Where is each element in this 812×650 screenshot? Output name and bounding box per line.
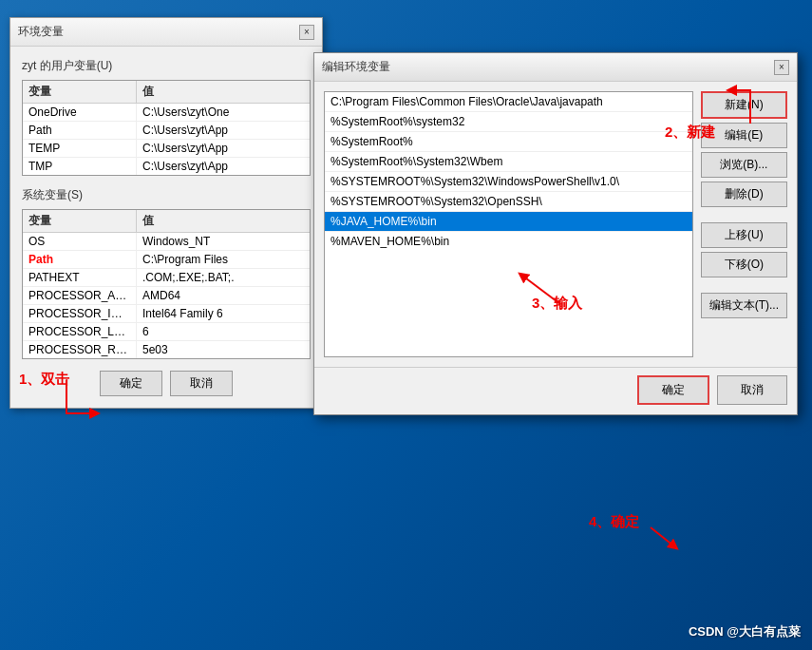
table-row[interactable]: PATHEXT .COM;.EXE;.BAT;. [23, 269, 310, 287]
arrow-step4 [646, 523, 703, 561]
edit-env-dialog: 编辑环境变量 × C:\Program Files\Common Files\O… [313, 52, 798, 415]
list-item[interactable]: %SYSTEMROOT%\System32\OpenSSH\ [325, 192, 692, 212]
user-val-temp: C:\Users\zyt\App [137, 140, 310, 157]
desktop: 环境变量 × zyt 的用户变量(U) 变量 值 OneDrive C:\Use… [0, 0, 812, 650]
list-item[interactable]: %SystemRoot%\System32\Wbem [325, 152, 692, 172]
edit-dialog-title: 编辑环境变量 [322, 59, 390, 75]
sys-var-pathext: PATHEXT [23, 269, 137, 286]
table-row[interactable]: Path C:\Users\zyt\App [23, 122, 310, 140]
edit-ok-button[interactable]: 确定 [637, 375, 709, 405]
user-var-temp: TEMP [23, 140, 137, 157]
table-row[interactable]: OneDrive C:\Users\zyt\One [23, 104, 310, 122]
sys-var-proc-rev: PROCESSOR_REVISION [23, 341, 137, 358]
env-dialog-title: 环境变量 [18, 24, 64, 40]
system-variables-table: 变量 值 OS Windows_NT Path C:\Program Files… [22, 209, 311, 359]
user-table-header: 变量 值 [23, 81, 310, 104]
user-var-path: Path [23, 122, 137, 139]
table-row[interactable]: PROCESSOR_REVISION 5e03 [23, 341, 310, 358]
system-table-header: 变量 值 [23, 210, 310, 233]
move-up-button[interactable]: 上移(U) [701, 222, 787, 248]
list-item[interactable]: %SYSTEMROOT%\System32\WindowsPowerShell\… [325, 172, 692, 192]
system-section-label: 系统变量(S) [22, 187, 311, 203]
table-row[interactable]: TMP C:\Users\zyt\App [23, 158, 310, 175]
sys-var-os: OS [23, 233, 137, 250]
watermark: CSDN @大白有点菜 [689, 623, 801, 640]
edit-dialog-footer: 确定 取消 [314, 367, 797, 414]
annotation-step4: 4、确定 [589, 513, 639, 531]
user-val-tmp: C:\Users\zyt\App [137, 158, 310, 175]
env-cancel-button[interactable]: 取消 [170, 371, 233, 396]
user-col2-header: 值 [137, 81, 310, 103]
user-val-onedrive: C:\Users\zyt\One [137, 104, 310, 121]
table-row[interactable]: PROCESSOR_LEVEL 6 [23, 323, 310, 341]
edit-text-button[interactable]: 编辑文本(T)... [701, 293, 787, 318]
list-item-java-home[interactable]: %JAVA_HOME%\bin [325, 212, 692, 232]
list-item[interactable]: %SystemRoot%\system32 [325, 112, 692, 132]
edit-cancel-button[interactable]: 取消 [717, 375, 787, 405]
sys-val-proc-rev: 5e03 [137, 341, 310, 358]
list-item[interactable]: %MAVEN_HOME%\bin [325, 232, 692, 251]
sys-val-path: C:\Program Files [137, 251, 310, 268]
user-variables-table: 变量 值 OneDrive C:\Users\zyt\One Path C:\U… [22, 80, 311, 176]
table-row[interactable]: OS Windows_NT [23, 233, 310, 251]
sys-var-proc-level: PROCESSOR_LEVEL [23, 323, 137, 340]
sys-val-pathext: .COM;.EXE;.BAT;. [137, 269, 310, 286]
user-val-path: C:\Users\zyt\App [137, 122, 310, 139]
edit-dialog-body: C:\Program Files\Common Files\Oracle\Jav… [314, 82, 797, 367]
delete-path-button[interactable]: 删除(D) [701, 182, 787, 207]
table-row[interactable]: PROCESSOR_ARCHITECT... AMD64 [23, 287, 310, 305]
env-dialog-buttons: 确定 取消 [22, 371, 311, 396]
edit-buttons-column: 新建(N) 编辑(E) 浏览(B)... 删除(D) 上移(U) 下移(O) 编… [693, 91, 787, 357]
sys-var-proc-id: PROCESSOR_IDENTIFIER [23, 305, 137, 322]
table-row[interactable]: PROCESSOR_IDENTIFIER Intel64 Family 6 [23, 305, 310, 323]
user-col1-header: 变量 [23, 81, 137, 103]
user-section-label: zyt 的用户变量(U) [22, 58, 311, 74]
list-item[interactable]: %SystemRoot% [325, 132, 692, 152]
edit-dialog-titlebar: 编辑环境变量 × [314, 53, 797, 82]
env-variables-dialog: 环境变量 × zyt 的用户变量(U) 变量 值 OneDrive C:\Use… [9, 17, 323, 409]
sys-var-path: Path [23, 251, 137, 268]
table-row[interactable]: TEMP C:\Users\zyt\App [23, 140, 310, 158]
path-list: C:\Program Files\Common Files\Oracle\Jav… [324, 91, 693, 357]
edit-dialog-close-button[interactable]: × [774, 60, 789, 75]
move-down-button[interactable]: 下移(O) [701, 252, 787, 277]
env-dialog-body: zyt 的用户变量(U) 变量 值 OneDrive C:\Users\zyt\… [10, 47, 322, 408]
env-dialog-titlebar: 环境变量 × [10, 18, 322, 47]
sys-val-proc-arch: AMD64 [137, 287, 310, 304]
edit-path-button[interactable]: 编辑(E) [701, 123, 787, 148]
system-col2-header: 值 [137, 210, 310, 232]
user-var-onedrive: OneDrive [23, 104, 137, 121]
new-path-button[interactable]: 新建(N) [701, 91, 787, 119]
browse-path-button[interactable]: 浏览(B)... [701, 152, 787, 178]
sys-val-os: Windows_NT [137, 233, 310, 250]
list-item[interactable]: C:\Program Files\Common Files\Oracle\Jav… [325, 92, 692, 112]
env-ok-button[interactable]: 确定 [100, 371, 162, 396]
env-dialog-close-button[interactable]: × [299, 25, 314, 40]
system-col1-header: 变量 [23, 210, 137, 232]
sys-var-proc-arch: PROCESSOR_ARCHITECT... [23, 287, 137, 304]
sys-val-proc-level: 6 [137, 323, 310, 340]
table-row-path[interactable]: Path C:\Program Files [23, 251, 310, 269]
user-var-tmp: TMP [23, 158, 137, 175]
sys-val-proc-id: Intel64 Family 6 [137, 305, 310, 322]
